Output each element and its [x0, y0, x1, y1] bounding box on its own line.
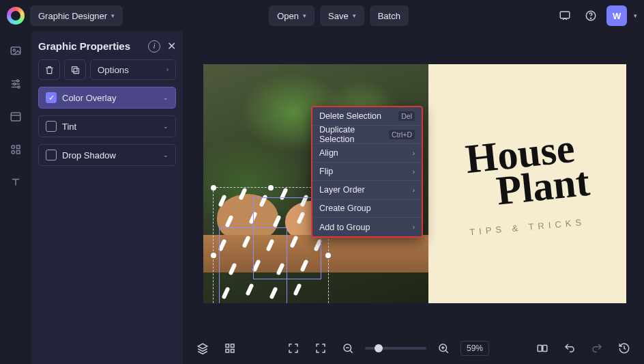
- text-side: House Plant TIPS & TRICKS: [428, 64, 626, 303]
- prop-tint[interactable]: Tint ⌄: [38, 115, 176, 137]
- ctx-shortcut: Del: [398, 111, 415, 121]
- avatar[interactable]: W: [606, 5, 627, 26]
- open-label: Open: [277, 11, 299, 21]
- checkbox-icon[interactable]: ✓: [46, 92, 57, 103]
- save-label: Save: [328, 11, 349, 21]
- batch-label: Batch: [378, 11, 400, 21]
- ctx-label: Duplicate Selection: [319, 125, 389, 144]
- ctx-layer-order[interactable]: Layer Order ›: [312, 181, 422, 199]
- duplicate-icon[interactable]: [64, 59, 86, 80]
- pattern-element: [218, 195, 226, 208]
- text-tool-icon[interactable]: [5, 172, 26, 193]
- properties-panel: Graphic Properties i ✕ Options › ✓ Color…: [31, 31, 183, 364]
- zoom-slider[interactable]: [365, 347, 426, 350]
- app-name-label: Graphic Designer: [38, 11, 107, 21]
- svg-point-11: [12, 151, 15, 154]
- svg-rect-8: [11, 113, 20, 121]
- ctx-label: Delete Selection: [319, 111, 381, 121]
- slider-knob[interactable]: [375, 344, 383, 352]
- image-tool-icon[interactable]: [5, 41, 26, 61]
- headline-text: House Plant: [464, 130, 591, 212]
- prop-drop-shadow[interactable]: Drop Shadow ⌄: [38, 144, 176, 166]
- checkbox-icon[interactable]: [46, 150, 57, 160]
- svg-point-2: [590, 18, 591, 18]
- chevron-right-icon: ›: [413, 223, 415, 231]
- chevron-down-icon: ⌄: [163, 152, 169, 158]
- fullscreen-icon[interactable]: [310, 338, 331, 359]
- app-name-dropdown[interactable]: Graphic Designer ▾: [30, 5, 123, 26]
- pattern-element: [293, 283, 302, 296]
- trash-icon[interactable]: [38, 59, 60, 80]
- help-icon[interactable]: [581, 5, 601, 26]
- svg-rect-12: [17, 151, 20, 154]
- fit-icon[interactable]: [283, 338, 304, 359]
- chevron-down-icon: ⌄: [163, 94, 169, 101]
- chevron-down-icon: ▾: [353, 12, 356, 19]
- zoom-out-icon[interactable]: [338, 338, 358, 359]
- context-menu: Delete Selection Del Duplicate Selection…: [311, 106, 423, 238]
- batch-button[interactable]: Batch: [370, 5, 409, 26]
- redo-icon[interactable]: [587, 338, 607, 359]
- open-button[interactable]: Open ▾: [269, 5, 314, 26]
- options-label: Options: [98, 65, 129, 75]
- history-icon[interactable]: [614, 338, 634, 359]
- info-icon[interactable]: i: [148, 40, 160, 53]
- close-icon[interactable]: ✕: [167, 40, 176, 53]
- svg-rect-18: [231, 350, 235, 353]
- save-button[interactable]: Save ▾: [320, 5, 364, 26]
- ctx-duplicate-selection[interactable]: Duplicate Selection Ctrl+D: [312, 126, 422, 144]
- pattern-element: [238, 188, 247, 201]
- ctx-delete-selection[interactable]: Delete Selection Del: [312, 107, 422, 126]
- shapes-tool-icon[interactable]: [5, 139, 26, 160]
- zoom-percentage[interactable]: 59%: [460, 341, 489, 356]
- chevron-down-icon: ⌄: [163, 123, 169, 130]
- chevron-down-icon: ▾: [111, 12, 115, 19]
- ctx-label: Align: [319, 148, 338, 158]
- ctx-shortcut: Ctrl+D: [389, 130, 415, 139]
- template-tool-icon[interactable]: [5, 107, 26, 127]
- svg-rect-17: [226, 350, 229, 353]
- ctx-label: Create Group: [319, 204, 371, 213]
- resize-handle[interactable]: [211, 185, 216, 191]
- sliders-tool-icon[interactable]: [5, 74, 26, 94]
- avatar-initial: W: [613, 11, 621, 21]
- zoom-in-icon[interactable]: [433, 338, 454, 359]
- svg-point-9: [12, 145, 15, 149]
- undo-icon[interactable]: [559, 338, 580, 359]
- panel-title: Graphic Properties: [38, 40, 141, 52]
- subtitle-text: TIPS & TRICKS: [469, 216, 586, 237]
- toolstrip: [0, 31, 31, 364]
- layers-icon[interactable]: [192, 338, 213, 359]
- ctx-create-group[interactable]: Create Group: [312, 199, 422, 218]
- svg-rect-10: [17, 145, 20, 149]
- ctx-label: Layer Order: [319, 185, 365, 195]
- resize-handle[interactable]: [268, 185, 274, 191]
- ctx-align[interactable]: Align ›: [312, 144, 422, 163]
- feedback-icon[interactable]: [555, 5, 575, 26]
- chevron-right-icon: ›: [413, 168, 415, 176]
- grid-icon[interactable]: [220, 338, 240, 359]
- ctx-add-to-group[interactable]: Add to Group ›: [312, 218, 422, 236]
- ctx-flip[interactable]: Flip ›: [312, 163, 422, 181]
- chevron-down-icon[interactable]: ▾: [634, 12, 637, 19]
- svg-rect-0: [560, 12, 570, 18]
- compare-icon[interactable]: [532, 338, 553, 359]
- prop-color-overlay[interactable]: ✓ Color Overlay ⌄: [38, 87, 176, 109]
- options-dropdown[interactable]: Options ›: [90, 59, 176, 80]
- chevron-down-icon: ▾: [303, 12, 306, 19]
- svg-rect-21: [538, 346, 542, 352]
- resize-handle[interactable]: [325, 253, 331, 258]
- resize-handle[interactable]: [211, 253, 216, 258]
- app-logo[interactable]: [7, 7, 25, 25]
- prop-label: Tint: [62, 122, 158, 132]
- svg-rect-13: [74, 68, 79, 74]
- prop-label: Color Overlay: [62, 93, 158, 103]
- pattern-element: [224, 215, 233, 228]
- svg-point-5: [17, 80, 19, 82]
- checkbox-icon[interactable]: [46, 121, 57, 132]
- ctx-label: Flip: [319, 167, 333, 176]
- svg-point-7: [18, 86, 20, 88]
- svg-rect-15: [226, 344, 229, 348]
- svg-rect-22: [543, 346, 547, 352]
- svg-rect-16: [231, 344, 235, 348]
